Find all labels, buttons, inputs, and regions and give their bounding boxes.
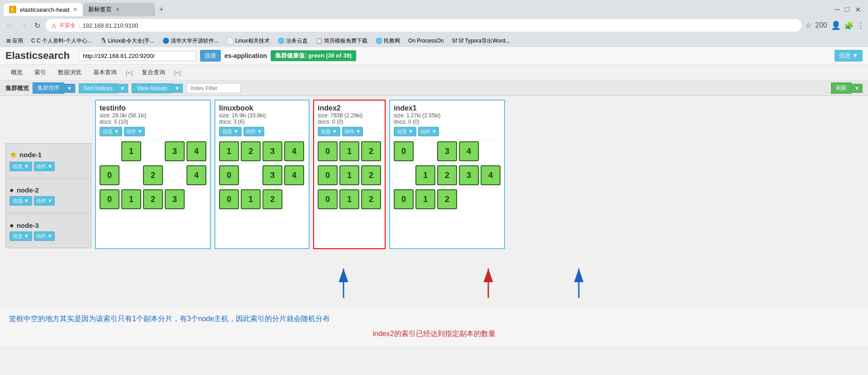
tab-overview[interactable]: 概览 bbox=[5, 67, 28, 78]
index1-docs: docs: 0 (0) bbox=[394, 119, 501, 125]
menu-icon[interactable]: ⋮ bbox=[857, 21, 864, 30]
node-2-row: ● node-2 信息 ▼ 动作 ▼ bbox=[5, 178, 91, 213]
index1-info-button[interactable]: 信息 ▼ bbox=[394, 127, 416, 136]
cluster-sort-dropdown[interactable]: ▼ bbox=[64, 84, 75, 93]
connect-button[interactable]: 连接 bbox=[200, 50, 221, 62]
index1-action-button[interactable]: 动作 ▼ bbox=[418, 127, 439, 136]
refresh-button[interactable]: 刷新 bbox=[831, 82, 852, 94]
bookmark-8[interactable]: On ProcessOn bbox=[405, 37, 446, 45]
security-icon: ⚠ bbox=[51, 22, 57, 29]
puzzle-icon[interactable]: 🧩 bbox=[844, 21, 854, 30]
bookmark-5[interactable]: 🌐 法务云盘 bbox=[275, 36, 310, 46]
testinfo-info-button[interactable]: 信息 ▼ bbox=[100, 127, 122, 136]
back-button[interactable]: ← bbox=[4, 19, 14, 31]
cluster-bar: 集群概览 集群排序 ▼ Sort Indices ▼ View Aliases … bbox=[0, 81, 868, 96]
apps-bookmark[interactable]: ⊞ 应用 bbox=[4, 36, 26, 46]
app-header: Elasticsearch 连接 es-application 集群健康值: g… bbox=[0, 47, 868, 65]
node-2-info-button[interactable]: 信息 ▼ bbox=[10, 196, 32, 206]
testinfo-action-button[interactable]: 动作 ▼ bbox=[124, 127, 145, 136]
app-logo: Elasticsearch bbox=[5, 50, 70, 62]
inactive-tab[interactable]: 新标签页 ✕ bbox=[83, 3, 155, 16]
shard-i1-n3-2: 2 bbox=[437, 189, 457, 209]
index-index2: index2 size: 783B (2.29ki) docs: 0 (0) 信… bbox=[313, 100, 386, 249]
cluster-sort-button[interactable]: 集群排序 bbox=[33, 82, 64, 94]
extension-icon[interactable]: 200 bbox=[815, 21, 827, 29]
shard-i1-n2-3: 3 bbox=[459, 165, 479, 185]
close-button[interactable]: ✕ bbox=[855, 5, 861, 14]
shard-testinfo-n3-2: 2 bbox=[143, 189, 163, 209]
shard-i1-n1-4: 4 bbox=[459, 141, 479, 161]
cluster-sort-group: 集群排序 ▼ bbox=[33, 82, 75, 94]
info-button[interactable]: 信息 ▼ bbox=[835, 50, 863, 62]
inactive-tab-close-icon[interactable]: ✕ bbox=[115, 6, 120, 13]
nav-tabs: 概览 索引 数据浏览 基本查询 [+] 复合查询 [+] bbox=[0, 65, 868, 81]
index-testinfo: testinfo size: 28.0ki (56.1ki) docs: 5 (… bbox=[95, 100, 211, 249]
security-label: 不安全 bbox=[59, 22, 76, 29]
refresh-dropdown[interactable]: ▼ bbox=[852, 84, 863, 93]
shard-testinfo-n1-1: 1 bbox=[121, 141, 141, 161]
bookmark-9[interactable]: Sf Sf Typora导出Word... bbox=[449, 36, 512, 46]
node-1-action-button[interactable]: 动作 ▼ bbox=[34, 162, 55, 171]
shard-testinfo-n3-3: 3 bbox=[165, 189, 185, 209]
reload-button[interactable]: ↻ bbox=[33, 19, 42, 32]
index1-node2-row: 1 2 3 4 bbox=[394, 163, 501, 187]
linuxbook-info-button[interactable]: 信息 ▼ bbox=[219, 127, 242, 136]
index2-action-button[interactable]: 动作 ▼ bbox=[342, 127, 363, 136]
inactive-tab-label: 新标签页 bbox=[88, 5, 112, 14]
shard-i2-n1-2: 2 bbox=[361, 141, 381, 161]
shard-i2-n3-0: 0 bbox=[318, 189, 338, 209]
tab-basic-plus[interactable]: [+] bbox=[123, 67, 135, 78]
view-aliases-button[interactable]: View Aliases bbox=[132, 83, 172, 93]
url-input[interactable] bbox=[79, 51, 196, 61]
shard-lb-n3-0: 0 bbox=[219, 189, 239, 209]
node-3-action-button[interactable]: 动作 ▼ bbox=[34, 231, 55, 241]
tab-complex-plus[interactable]: [+] bbox=[172, 67, 184, 78]
shard-lb-n2-3: 3 bbox=[262, 165, 282, 185]
shard-lb-n1-3: 3 bbox=[262, 141, 282, 161]
view-aliases-dropdown[interactable]: ▼ bbox=[172, 84, 183, 93]
bookmark-3[interactable]: 🔵 清华大学开源软件... bbox=[160, 36, 221, 46]
minimize-button[interactable]: ─ bbox=[835, 5, 839, 14]
profile-icon[interactable]: 👤 bbox=[831, 20, 841, 30]
tab-index[interactable]: 索引 bbox=[29, 67, 52, 78]
shard-lb-n1-1: 1 bbox=[219, 141, 239, 161]
shard-i1-n2-1: 1 bbox=[415, 165, 435, 185]
index2-info-button[interactable]: 信息 ▼ bbox=[318, 127, 340, 136]
linuxbook-action-button[interactable]: 动作 ▼ bbox=[243, 127, 264, 136]
sort-indices-dropdown[interactable]: ▼ bbox=[117, 84, 128, 93]
bookmark-1[interactable]: C C 个人资料-个人中心... bbox=[29, 36, 95, 46]
sort-indices-button[interactable]: Sort Indices bbox=[79, 83, 117, 93]
tab-close-icon[interactable]: ✕ bbox=[73, 6, 77, 13]
node-2-name: ● node-2 bbox=[10, 186, 87, 194]
active-tab[interactable]: E elasticsearch-head ✕ bbox=[4, 3, 83, 16]
tab-complex-query[interactable]: 复合查询 bbox=[136, 67, 171, 78]
shard-lb-n2-0: 0 bbox=[219, 165, 239, 185]
testinfo-node1-row: 1 3 4 bbox=[100, 139, 206, 163]
forward-button[interactable]: → bbox=[18, 19, 29, 31]
node-2-action-button[interactable]: 动作 ▼ bbox=[34, 196, 55, 206]
shard-testinfo-n2-0: 0 bbox=[100, 165, 119, 185]
bookmark-2[interactable]: 🐧 Linux命令大全(手... bbox=[97, 36, 157, 46]
shard-i2-n2-1: 1 bbox=[339, 165, 359, 185]
index2-name: index2 bbox=[318, 104, 381, 112]
index-filter-input[interactable] bbox=[186, 83, 241, 93]
bookmark-7[interactable]: 🌐 民教网 bbox=[373, 36, 403, 46]
shard-testinfo-n2-4: 4 bbox=[186, 165, 206, 185]
node-3-info-button[interactable]: 信息 ▼ bbox=[10, 231, 32, 241]
linuxbook-name: linuxbook bbox=[219, 104, 305, 112]
index2-size: size: 783B (2.29ki) bbox=[318, 112, 381, 119]
node-1-info-button[interactable]: 信息 ▼ bbox=[10, 162, 32, 171]
bookmark-icon[interactable]: ☆ bbox=[805, 21, 811, 30]
node-3-row: ● node-3 信息 ▼ 动作 ▼ bbox=[5, 214, 91, 248]
new-tab-button[interactable]: + bbox=[155, 3, 167, 16]
tab-data-browse[interactable]: 数据浏览 bbox=[52, 67, 87, 78]
node-1-row: ★ node-1 信息 ▼ 动作 ▼ bbox=[5, 143, 91, 178]
tab-basic-query[interactable]: 基本查询 bbox=[88, 67, 122, 78]
blue-annotation: 篮框中空的地方其实是因为该索引只有1个副本分片，有3个node主机，因此索引的分… bbox=[9, 314, 859, 324]
bookmark-4[interactable]: 📄 Linux相关技术 bbox=[224, 36, 272, 46]
cluster-name: es-application bbox=[224, 52, 267, 59]
maximize-button[interactable]: □ bbox=[845, 5, 849, 14]
bookmark-6[interactable]: 📋 简历模板免费下载 bbox=[313, 36, 370, 46]
separator: | bbox=[78, 22, 80, 29]
shard-testinfo-n3-1: 1 bbox=[121, 189, 141, 209]
